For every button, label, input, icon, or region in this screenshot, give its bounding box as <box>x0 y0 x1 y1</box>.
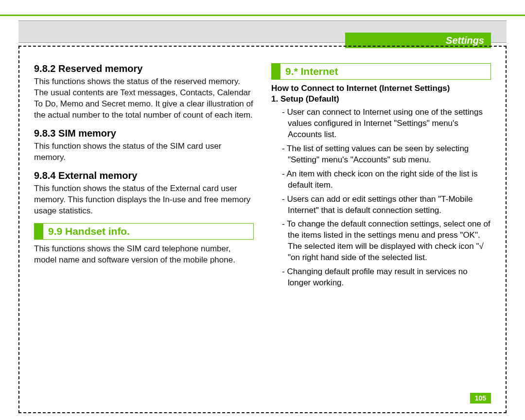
list-item: - To change the default connection setti… <box>282 219 491 263</box>
top-accent-line <box>0 15 525 16</box>
setup-default-list: - User can connect to Internet using one… <box>282 107 491 289</box>
section-heading-internet: 9.* Internet <box>271 63 491 80</box>
section-heading-bar <box>35 224 43 239</box>
section-heading-label: 9.9 Handset info. <box>48 226 130 237</box>
section-heading-handset-info: 9.9 Handset info. <box>34 223 254 240</box>
list-item: - User can connect to Internet using one… <box>282 107 491 140</box>
heading-reserved-memory: 9.8.2 Reserved memory <box>34 63 254 74</box>
intro-how-to-connect: How to Connect to Internet (Internet Set… <box>271 84 491 93</box>
body-sim-memory: This function shows the status of the SI… <box>34 141 254 163</box>
content-columns: 9.8.2 Reserved memory This functions sho… <box>34 63 491 401</box>
body-external-memory: This function shows the status of the Ex… <box>34 183 254 217</box>
list-item: - Users can add or edit settings other t… <box>282 194 491 216</box>
list-item: - An item with check icon on the right s… <box>282 169 491 191</box>
list-item: - The list of setting values can be seen… <box>282 143 491 166</box>
manual-page: Settings 9.8.2 Reserved memory This func… <box>0 0 525 420</box>
intro-setup-default: 1. Setup (Default) <box>271 94 491 104</box>
left-column: 9.8.2 Reserved memory This functions sho… <box>34 63 254 401</box>
body-reserved-memory: This functions shows the status of the r… <box>34 76 254 121</box>
heading-external-memory: 9.8.4 External memory <box>34 170 254 181</box>
section-heading-label: 9.* Internet <box>285 66 338 77</box>
list-item: - Changing default profile may result in… <box>282 266 491 289</box>
body-handset-info: This functions shows the SIM card teleph… <box>34 244 254 266</box>
section-tab-label: Settings <box>446 35 484 46</box>
heading-sim-memory: 9.8.3 SIM memory <box>34 128 254 139</box>
section-heading-bar <box>272 64 280 79</box>
page-number: 105 <box>470 393 491 403</box>
right-column: 9.* Internet How to Connect to Internet … <box>271 63 491 401</box>
